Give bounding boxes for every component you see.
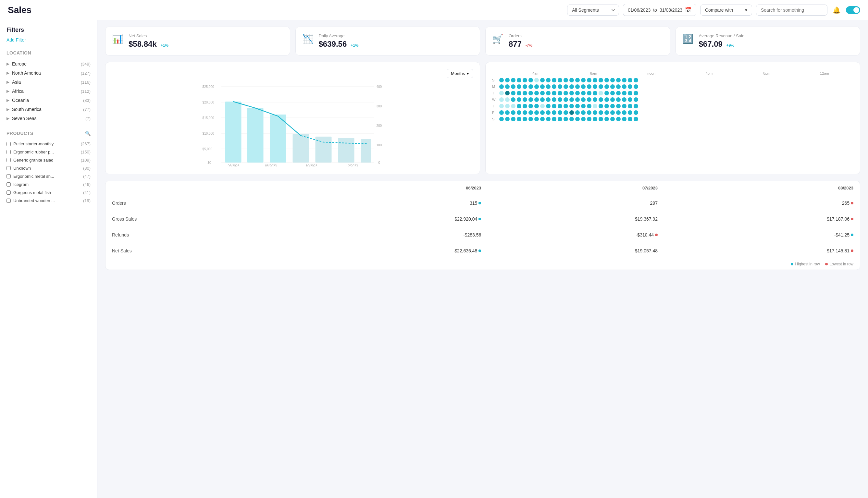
- heatmap-dot: [616, 97, 621, 102]
- product-item: Ergonomic rubber p... (150): [7, 148, 91, 156]
- compare-button[interactable]: Compare with ▾: [700, 4, 752, 16]
- svg-rect-20: [293, 134, 309, 162]
- product-checkbox[interactable]: [7, 182, 11, 186]
- heatmap-dots: [499, 97, 853, 102]
- heatmap-dot: [511, 78, 516, 82]
- heatmap-dots: [499, 104, 853, 108]
- heatmap-dot: [552, 97, 556, 102]
- chevron-right-icon: ▶: [7, 107, 10, 112]
- heatmap-dot: [517, 84, 521, 89]
- heatmap-dot: [616, 110, 621, 115]
- chevron-right-icon: ▶: [7, 71, 10, 75]
- location-item[interactable]: ▶ Asia (116): [7, 78, 91, 87]
- cell-value: -$41.25: [834, 232, 853, 237]
- dark-mode-toggle[interactable]: [846, 6, 860, 14]
- location-item[interactable]: ▶ Oceania (83): [7, 96, 91, 105]
- heatmap-dot: [581, 78, 586, 82]
- heatmap-dot: [540, 110, 545, 115]
- product-checkbox[interactable]: [7, 158, 11, 162]
- heatmap-dot: [534, 84, 539, 89]
- product-checkbox[interactable]: [7, 199, 11, 203]
- product-checkbox[interactable]: [7, 191, 11, 195]
- heatmap-dot: [511, 97, 516, 102]
- product-checkbox[interactable]: [7, 166, 11, 170]
- metric-card-avg-revenue: 🔢 Average Revenue / Sale $67.09 +9%: [675, 27, 860, 55]
- heatmap-dot: [593, 84, 597, 89]
- heatmap-dot: [605, 78, 609, 82]
- location-item[interactable]: ▶ Europe (349): [7, 60, 91, 68]
- product-count: (19): [83, 198, 91, 203]
- heatmap-dot: [622, 117, 626, 121]
- add-filter-button[interactable]: Add Filter: [7, 37, 26, 42]
- location-item[interactable]: ▶ Seven Seas (7): [7, 114, 91, 123]
- heatmap-dot: [610, 97, 615, 102]
- heatmap-day-label: T: [492, 91, 497, 95]
- heatmap-dot: [540, 97, 545, 102]
- heatmap-time-label: 4am: [507, 71, 565, 75]
- heatmap-dot: [622, 84, 626, 89]
- months-button[interactable]: Months ▾: [447, 69, 473, 78]
- location-list: ▶ Europe (349)▶ North America (127)▶ Asi…: [7, 60, 91, 123]
- heatmap-row: M: [492, 84, 853, 89]
- heatmap-dot: [581, 104, 586, 108]
- svg-rect-23: [361, 139, 371, 162]
- heatmap-dot: [628, 117, 632, 121]
- products-search-icon[interactable]: 🔍: [85, 131, 91, 136]
- heatmap-dot: [499, 78, 504, 82]
- location-count: (112): [81, 89, 91, 94]
- location-name: Europe: [12, 61, 27, 66]
- heatmap-dot: [575, 84, 580, 89]
- heatmap-dot: [616, 104, 621, 108]
- search-input[interactable]: [756, 4, 827, 16]
- heatmap-dot: [575, 91, 580, 95]
- legend-lowest: Lowest in row: [825, 262, 853, 266]
- date-range-picker[interactable]: 01/06/2023 to 31/08/2023 📅: [623, 4, 696, 16]
- app-header: Sales All Segments 01/06/2023 to 31/08/2…: [0, 0, 868, 20]
- notification-bell-button[interactable]: 🔔: [831, 5, 842, 15]
- product-name: Gorgeous metal fish: [13, 190, 51, 195]
- red-dot-icon: [851, 202, 853, 205]
- green-dot-icon: [791, 263, 793, 265]
- location-item[interactable]: ▶ Africa (112): [7, 87, 91, 96]
- daily-average-value-row: $639.56 +1%: [319, 40, 359, 49]
- location-item[interactable]: ▶ North America (127): [7, 68, 91, 78]
- chevron-right-icon: ▶: [7, 62, 10, 66]
- heatmap-dot: [511, 91, 516, 95]
- product-checkbox[interactable]: [7, 142, 11, 146]
- chevron-right-icon: ▶: [7, 80, 10, 84]
- svg-rect-22: [338, 138, 354, 162]
- location-item[interactable]: ▶ South America (77): [7, 105, 91, 114]
- heatmap-dot: [546, 91, 550, 95]
- heatmap-dot: [558, 91, 562, 95]
- heatmap-dot: [616, 84, 621, 89]
- legend-highest-label: Highest in row: [795, 262, 820, 266]
- heatmap-dot: [552, 110, 556, 115]
- heatmap-dot: [610, 91, 615, 95]
- cell-value: $17,145.81: [827, 248, 853, 253]
- net-sales-change: +1%: [161, 43, 168, 48]
- heatmap-dot: [563, 104, 568, 108]
- green-dot-icon: [851, 234, 853, 236]
- table-row-label: Net Sales: [105, 243, 292, 259]
- chevron-right-icon: ▶: [7, 116, 10, 121]
- heatmap-dot: [511, 104, 516, 108]
- product-checkbox[interactable]: [7, 174, 11, 179]
- heatmap-dot: [575, 110, 580, 115]
- daily-average-value: $639.56: [319, 40, 347, 48]
- heatmap-dot: [581, 91, 586, 95]
- product-count: (41): [83, 190, 91, 195]
- location-name: Seven Seas: [12, 116, 37, 121]
- heatmap-dot: [628, 91, 632, 95]
- product-count: (46): [83, 182, 91, 187]
- table-cell: $22,636.48: [292, 243, 488, 259]
- table-cell: -$283.56: [292, 227, 488, 243]
- heatmap-dot: [552, 104, 556, 108]
- heatmap-dot: [581, 110, 586, 115]
- table-cell: 265: [664, 195, 860, 211]
- heatmap-dot: [534, 91, 539, 95]
- heatmap-dot: [558, 78, 562, 82]
- segment-select[interactable]: All Segments: [567, 4, 619, 16]
- product-checkbox[interactable]: [7, 150, 11, 154]
- products-header: Products 🔍: [7, 131, 91, 136]
- product-name: Unknown: [13, 166, 31, 171]
